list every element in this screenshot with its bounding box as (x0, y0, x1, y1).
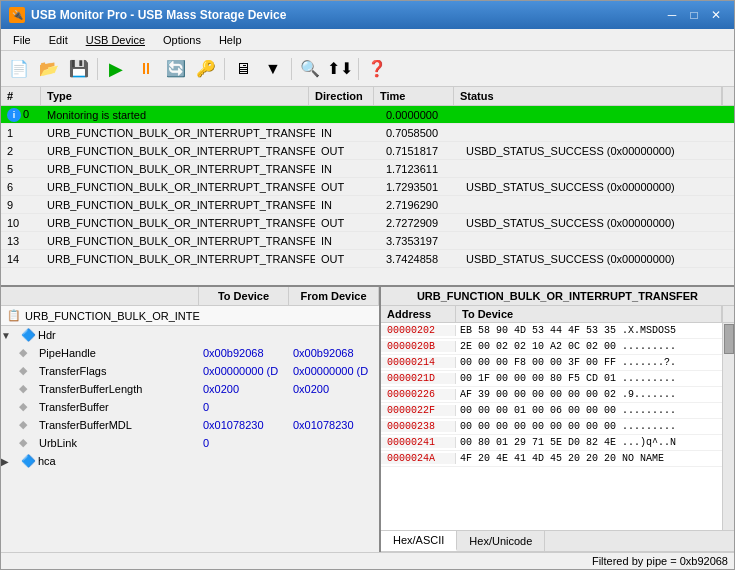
status-text: Filtered by pipe = 0xb92068 (592, 555, 728, 567)
row-num: 1 (1, 126, 41, 140)
row-type: URB_FUNCTION_BULK_OR_INTERRUPT_TRANSFER (41, 126, 315, 140)
scrollbar-thumb[interactable] (724, 324, 734, 354)
main-content: # Type Direction Time Status i0 Monitori… (1, 87, 734, 569)
hex-row: 0000024A 4F 20 4E 41 4D 45 20 20 20 NO N… (381, 451, 722, 467)
indent-2f: ◆ (1, 436, 37, 449)
menu-usb-device[interactable]: USB Device (78, 32, 153, 48)
tree-row-urblink[interactable]: ◆ UrbLink 0 (1, 434, 379, 452)
table-row[interactable]: 5 URB_FUNCTION_BULK_OR_INTERRUPT_TRANSFE… (1, 160, 734, 178)
rt-col-data: To Device (456, 306, 722, 322)
hex-data: 00 00 00 F8 00 00 3F 00 FF .......?. (456, 357, 722, 368)
diamond-icon-6: ◆ (19, 436, 27, 448)
tree-row-hca[interactable]: ▶ 🔷 hca (1, 452, 379, 470)
tree-row-hdr[interactable]: ▼ 🔷 Hdr (1, 326, 379, 344)
tree-row-transferbuffermdl[interactable]: ◆ TransferBufferMDL 0x01078230 0x0107823… (1, 416, 379, 434)
save-button[interactable]: 💾 (65, 55, 93, 83)
tab-hex-ascii[interactable]: Hex/ASCII (381, 531, 457, 551)
row-time: 1.7123611 (380, 162, 460, 176)
menu-file[interactable]: File (5, 32, 39, 48)
left-panel-body[interactable]: ▼ 🔷 Hdr ◆ PipeHandle 0x00b92068 (1, 326, 379, 552)
table-row[interactable]: 6 URB_FUNCTION_BULK_OR_INTERRUPT_TRANSFE… (1, 178, 734, 196)
tree-row-pipehandle[interactable]: ◆ PipeHandle 0x00b92068 0x00b92068 (1, 344, 379, 362)
table-row[interactable]: 9 URB_FUNCTION_BULK_OR_INTERRUPT_TRANSFE… (1, 196, 734, 214)
device-button[interactable]: 🖥 (229, 55, 257, 83)
col-header-status: Status (454, 87, 722, 105)
separator-3 (291, 58, 292, 80)
row-status (460, 114, 734, 116)
left-panel-title: 📋 URB_FUNCTION_BULK_OR_INTE (1, 306, 379, 326)
right-scrollbar[interactable] (722, 323, 734, 530)
open-button[interactable]: 📂 (35, 55, 63, 83)
hex-row: 00000238 00 00 00 00 00 00 00 00 00 ....… (381, 419, 722, 435)
filter-button[interactable]: ▼ (259, 55, 287, 83)
tree-row-transferbufferlength[interactable]: ◆ TransferBufferLength 0x0200 0x0200 (1, 380, 379, 398)
diamond-icon-2: ◆ (19, 364, 27, 376)
transfer-button[interactable]: ⬆⬇ (326, 55, 354, 83)
row-type: URB_FUNCTION_BULK_OR_INTERRUPT_TRANSFER (41, 234, 315, 248)
search-button[interactable]: 🔍 (296, 55, 324, 83)
expand-icon[interactable]: ▼ (1, 330, 11, 341)
table-row[interactable]: 13 URB_FUNCTION_BULK_OR_INTERRUPT_TRANSF… (1, 232, 734, 250)
title-bar-left: 🔌 USB Monitor Pro - USB Mass Storage Dev… (9, 7, 286, 23)
row-dir: OUT (315, 144, 380, 158)
usb-hdr-icon: 🔷 (21, 328, 36, 342)
tree-row-transferbuffer[interactable]: ◆ TransferBuffer 0 (1, 398, 379, 416)
table-row[interactable]: i0 Monitoring is started 0.0000000 (1, 106, 734, 124)
key-icon: 🔑 (196, 59, 216, 78)
diamond-icon-4: ◆ (19, 400, 27, 412)
help-button[interactable]: ❓ (363, 55, 391, 83)
menu-edit[interactable]: Edit (41, 32, 76, 48)
play-icon: ▶ (109, 58, 123, 80)
table-row[interactable]: 1 URB_FUNCTION_BULK_OR_INTERRUPT_TRANSFE… (1, 124, 734, 142)
indent-2d: ◆ (1, 400, 37, 413)
new-button[interactable]: 📄 (5, 55, 33, 83)
tab-hex-unicode[interactable]: Hex/Unicode (457, 531, 545, 551)
row-num: 2 (1, 144, 41, 158)
table-body[interactable]: i0 Monitoring is started 0.0000000 1 URB… (1, 106, 734, 285)
menu-options[interactable]: Options (155, 32, 209, 48)
row-type: URB_FUNCTION_BULK_OR_INTERRUPT_TRANSFER (41, 180, 315, 194)
row-time: 0.7151817 (380, 144, 460, 158)
hex-body[interactable]: 00000202 EB 58 90 4D 53 44 4F 53 35 .X.M… (381, 323, 722, 530)
table-row[interactable]: 10 URB_FUNCTION_BULK_OR_INTERRUPT_TRANSF… (1, 214, 734, 232)
menu-help[interactable]: Help (211, 32, 250, 48)
tree-name-transferbufferlength: TransferBufferLength (37, 383, 199, 395)
indent-1: ▼ (1, 329, 21, 341)
hex-addr: 00000238 (381, 421, 456, 432)
tree-val1-pipehandle: 0x00b92068 (199, 347, 289, 359)
right-table-header: Address To Device (381, 306, 734, 323)
key-button[interactable]: 🔑 (192, 55, 220, 83)
hex-addr: 00000241 (381, 437, 456, 448)
table-row[interactable]: 14 URB_FUNCTION_BULK_OR_INTERRUPT_TRANSF… (1, 250, 734, 268)
bottom-panels: To Device From Device 📋 URB_FUNCTION_BUL… (1, 287, 734, 552)
row-type: URB_FUNCTION_BULK_OR_INTERRUPT_TRANSFER (41, 216, 315, 230)
hex-addr: 00000226 (381, 389, 456, 400)
hex-data: 4F 20 4E 41 4D 45 20 20 20 NO NAME (456, 453, 722, 464)
row-status (460, 240, 734, 242)
minimize-button[interactable]: ─ (662, 6, 682, 24)
refresh-button[interactable]: 🔄 (162, 55, 190, 83)
row-type: URB_FUNCTION_BULK_OR_INTERRUPT_TRANSFER (41, 198, 315, 212)
hex-row: 0000021D 00 1F 00 00 00 80 F5 CD 01 ....… (381, 371, 722, 387)
expand-icon-hca[interactable]: ▶ (1, 456, 9, 467)
close-button[interactable]: ✕ (706, 6, 726, 24)
separator-1 (97, 58, 98, 80)
tree-val2-pipehandle: 0x00b92068 (289, 347, 379, 359)
app-icon: 🔌 (9, 7, 25, 23)
search-icon: 🔍 (300, 59, 320, 78)
new-icon: 📄 (9, 59, 29, 78)
tree-row-transferflags[interactable]: ◆ TransferFlags 0x00000000 (D 0x00000000… (1, 362, 379, 380)
hex-row: 00000241 00 80 01 29 71 5E D0 82 4E ...)… (381, 435, 722, 451)
status-bar: Filtered by pipe = 0xb92068 (1, 552, 734, 569)
row-type: URB_FUNCTION_BULK_OR_INTERRUPT_TRANSFER (41, 252, 315, 266)
row-num: i0 (1, 107, 41, 123)
pause-button[interactable]: ⏸ (132, 55, 160, 83)
maximize-button[interactable]: □ (684, 6, 704, 24)
right-panel-title: URB_FUNCTION_BULK_OR_INTERRUPT_TRANSFER (381, 287, 734, 306)
table-row[interactable]: 2 URB_FUNCTION_BULK_OR_INTERRUPT_TRANSFE… (1, 142, 734, 160)
hex-data: 00 00 00 00 00 00 00 00 00 ......... (456, 421, 722, 432)
row-num: 6 (1, 180, 41, 194)
row-status: USBD_STATUS_SUCCESS (0x00000000) (460, 252, 734, 266)
play-button[interactable]: ▶ (102, 55, 130, 83)
lp-col2-header: To Device (199, 287, 289, 305)
